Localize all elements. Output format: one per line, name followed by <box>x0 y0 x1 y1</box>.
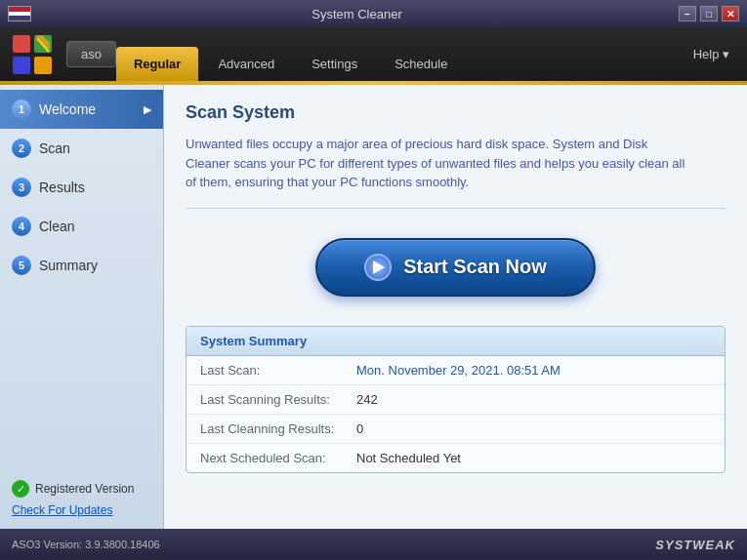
aso-button[interactable]: aso <box>66 41 116 67</box>
content-divider <box>186 208 726 209</box>
summary-label-last-scan: Last Scan: <box>200 363 356 378</box>
sidebar-item-summary[interactable]: 5 Summary <box>0 246 163 285</box>
registered-label: Registered Version <box>35 482 134 496</box>
summary-row-next-scan: Next Scheduled Scan: Not Scheduled Yet <box>187 444 725 472</box>
summary-header: System Summary <box>187 327 725 356</box>
nav-tabs: Regular Advanced Settings Schedule <box>116 27 684 81</box>
play-triangle-icon <box>373 260 385 274</box>
summary-label-clean-results: Last Cleanning Results: <box>200 421 356 436</box>
svg-rect-3 <box>34 57 52 74</box>
sidebar-label-summary: Summary <box>39 258 98 273</box>
status-bar: ASO3 Version: 3.9.3800.18406 SYSTWEAK <box>0 529 747 560</box>
content-area: Scan System Unwanted files occupy a majo… <box>164 85 747 529</box>
summary-label-scan-results: Last Scanning Results: <box>200 392 356 407</box>
svg-rect-0 <box>13 35 30 53</box>
start-scan-button[interactable]: Start Scan Now <box>315 238 596 297</box>
sidebar-num-5: 5 <box>12 256 31 275</box>
brand-name: SYS <box>655 538 684 552</box>
top-nav: aso Regular Advanced Settings Schedule H… <box>0 27 747 81</box>
window-controls: − □ ✕ <box>679 6 739 21</box>
svg-rect-2 <box>13 57 30 74</box>
close-button[interactable]: ✕ <box>722 6 739 21</box>
sidebar-bottom: ✓ Registered Version Check For Updates <box>0 468 163 529</box>
scan-button-label: Start Scan Now <box>403 256 547 278</box>
tab-regular[interactable]: Regular <box>116 47 198 81</box>
logo-area <box>8 30 57 79</box>
maximize-button[interactable]: □ <box>700 6 718 21</box>
sidebar-item-clean[interactable]: 4 Clean <box>0 207 163 246</box>
tab-settings[interactable]: Settings <box>294 47 375 81</box>
sidebar-arrow-welcome: ▶ <box>144 103 151 116</box>
sidebar-num-3: 3 <box>12 178 31 197</box>
main-area: 1 Welcome ▶ 2 Scan 3 Results 4 Clean 5 S… <box>0 85 747 529</box>
sidebar-item-welcome[interactable]: 1 Welcome ▶ <box>0 90 163 129</box>
summary-value-clean-results: 0 <box>356 421 363 436</box>
tab-advanced[interactable]: Advanced <box>200 47 292 81</box>
help-button[interactable]: Help ▾ <box>684 42 739 66</box>
registered-check-icon: ✓ <box>12 480 29 498</box>
page-title: Scan System <box>186 102 726 123</box>
brand-italic: TWEAK <box>684 538 735 552</box>
summary-row-clean-results: Last Cleanning Results: 0 <box>187 415 725 444</box>
tab-schedule[interactable]: Schedule <box>377 47 465 81</box>
sidebar-item-results[interactable]: 3 Results <box>0 168 163 207</box>
systweak-logo: SYSTWEAK <box>655 538 735 552</box>
summary-value-scan-results: 242 <box>356 392 378 407</box>
summary-row-last-scan: Last Scan: Mon. November 29, 2021. 08:51… <box>187 356 725 385</box>
version-text: ASO3 Version: 3.9.3800.18406 <box>12 539 160 550</box>
summary-value-next-scan: Not Scheduled Yet <box>356 451 461 465</box>
registered-badge: ✓ Registered Version <box>12 480 151 498</box>
title-bar: System Cleaner − □ ✕ <box>0 0 747 27</box>
summary-label-next-scan: Next Scheduled Scan: <box>200 451 356 465</box>
sidebar-label-results: Results <box>39 180 85 195</box>
play-icon <box>364 254 392 281</box>
sidebar-label-scan: Scan <box>39 140 70 156</box>
sidebar-num-1: 1 <box>12 100 31 119</box>
sidebar-num-4: 4 <box>12 217 31 236</box>
sidebar: 1 Welcome ▶ 2 Scan 3 Results 4 Clean 5 S… <box>0 85 164 529</box>
summary-value-last-scan: Mon. November 29, 2021. 08:51 AM <box>356 363 560 378</box>
sidebar-num-2: 2 <box>12 139 31 158</box>
check-updates-link[interactable]: Check For Updates <box>12 503 151 517</box>
scan-button-wrap: Start Scan Now <box>186 238 726 297</box>
flag-icon <box>8 6 31 21</box>
sidebar-label-clean: Clean <box>39 219 75 234</box>
sidebar-item-scan[interactable]: 2 Scan <box>0 129 163 168</box>
window-title: System Cleaner <box>35 7 679 21</box>
system-summary-box: System Summary Last Scan: Mon. November … <box>186 326 726 473</box>
sidebar-label-welcome: Welcome <box>39 101 96 117</box>
app-logo-icon <box>8 30 57 79</box>
summary-row-scan-results: Last Scanning Results: 242 <box>187 385 725 415</box>
minimize-button[interactable]: − <box>679 6 696 21</box>
content-description: Unwanted files occupy a major area of pr… <box>186 135 693 192</box>
